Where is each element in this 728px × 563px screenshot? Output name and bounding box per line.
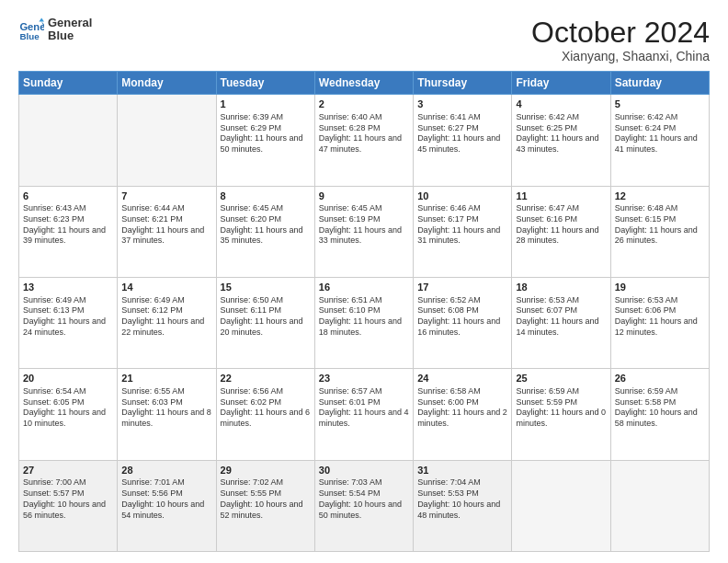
cell-info: Sunrise: 6:58 AMSunset: 6:00 PMDaylight:… [417,386,507,430]
day-number: 26 [615,372,705,385]
cell-info: Sunrise: 6:45 AMSunset: 6:19 PMDaylight:… [319,203,409,247]
calendar: SundayMondayTuesdayWednesdayThursdayFrid… [18,71,710,552]
day-number: 9 [319,190,409,203]
month-title: October 2024 [531,17,710,49]
calendar-cell: 1Sunrise: 6:39 AMSunset: 6:29 PMDaylight… [216,95,314,186]
logo-line2: Blue [48,29,92,42]
day-number: 29 [221,464,311,477]
weekday-header-sunday: Sunday [19,72,118,95]
cell-info: Sunrise: 7:02 AMSunset: 5:55 PMDaylight:… [221,477,311,521]
day-number: 16 [319,281,409,294]
weekday-header-monday: Monday [118,72,216,95]
cell-info: Sunrise: 7:04 AMSunset: 5:53 PMDaylight:… [417,477,507,521]
calendar-cell: 13Sunrise: 6:49 AMSunset: 6:13 PMDayligh… [19,277,118,368]
day-number: 13 [23,281,113,294]
day-number: 23 [319,372,409,385]
calendar-cell: 21Sunrise: 6:55 AMSunset: 6:03 PMDayligh… [118,369,216,460]
week-row-1: 1Sunrise: 6:39 AMSunset: 6:29 PMDaylight… [19,95,710,186]
calendar-cell: 24Sunrise: 6:58 AMSunset: 6:00 PMDayligh… [414,369,512,460]
day-number: 28 [121,464,211,477]
cell-info: Sunrise: 6:41 AMSunset: 6:27 PMDaylight:… [417,112,507,155]
calendar-cell [610,460,709,551]
weekday-header-thursday: Thursday [414,72,512,95]
calendar-cell: 14Sunrise: 6:49 AMSunset: 6:12 PMDayligh… [118,277,216,368]
calendar-cell: 30Sunrise: 7:03 AMSunset: 5:54 PMDayligh… [314,460,413,551]
calendar-cell: 31Sunrise: 7:04 AMSunset: 5:53 PMDayligh… [414,460,512,551]
week-row-4: 20Sunrise: 6:54 AMSunset: 6:05 PMDayligh… [19,369,710,460]
calendar-cell: 12Sunrise: 6:48 AMSunset: 6:15 PMDayligh… [610,186,709,277]
day-number: 17 [417,281,507,294]
cell-info: Sunrise: 6:42 AMSunset: 6:25 PMDaylight:… [516,112,606,155]
calendar-cell: 18Sunrise: 6:53 AMSunset: 6:07 PMDayligh… [512,277,610,368]
title-block: October 2024 Xianyang, Shaanxi, China [531,17,710,63]
day-number: 7 [121,190,211,203]
cell-info: Sunrise: 6:53 AMSunset: 6:07 PMDaylight:… [516,295,606,339]
calendar-cell: 3Sunrise: 6:41 AMSunset: 6:27 PMDaylight… [414,95,512,186]
cell-info: Sunrise: 6:46 AMSunset: 6:17 PMDaylight:… [417,203,507,247]
calendar-cell: 7Sunrise: 6:44 AMSunset: 6:21 PMDaylight… [118,186,216,277]
day-number: 21 [121,372,211,385]
calendar-cell: 11Sunrise: 6:47 AMSunset: 6:16 PMDayligh… [512,186,610,277]
week-row-2: 6Sunrise: 6:43 AMSunset: 6:23 PMDaylight… [19,186,710,277]
cell-info: Sunrise: 6:59 AMSunset: 5:58 PMDaylight:… [615,386,705,430]
cell-info: Sunrise: 6:51 AMSunset: 6:10 PMDaylight:… [319,295,409,339]
calendar-cell: 9Sunrise: 6:45 AMSunset: 6:19 PMDaylight… [314,186,413,277]
cell-info: Sunrise: 6:54 AMSunset: 6:05 PMDaylight:… [23,386,113,430]
calendar-cell: 17Sunrise: 6:52 AMSunset: 6:08 PMDayligh… [414,277,512,368]
cell-info: Sunrise: 6:50 AMSunset: 6:11 PMDaylight:… [221,295,311,339]
calendar-cell: 20Sunrise: 6:54 AMSunset: 6:05 PMDayligh… [19,369,118,460]
day-number: 11 [516,190,606,203]
location: Xianyang, Shaanxi, China [531,49,710,63]
day-number: 6 [23,190,113,203]
calendar-cell: 22Sunrise: 6:56 AMSunset: 6:02 PMDayligh… [216,369,314,460]
svg-text:Blue: Blue [19,31,40,41]
day-number: 8 [221,190,311,203]
calendar-cell: 23Sunrise: 6:57 AMSunset: 6:01 PMDayligh… [314,369,413,460]
cell-info: Sunrise: 6:59 AMSunset: 5:59 PMDaylight:… [516,386,606,430]
day-number: 14 [121,281,211,294]
weekday-header-friday: Friday [512,72,610,95]
cell-info: Sunrise: 7:03 AMSunset: 5:54 PMDaylight:… [319,477,409,521]
day-number: 4 [516,98,606,111]
day-number: 25 [516,372,606,385]
day-number: 5 [615,98,705,111]
cell-info: Sunrise: 6:47 AMSunset: 6:16 PMDaylight:… [516,203,606,247]
cell-info: Sunrise: 7:00 AMSunset: 5:57 PMDaylight:… [23,477,113,521]
calendar-cell: 8Sunrise: 6:45 AMSunset: 6:20 PMDaylight… [216,186,314,277]
weekday-header-saturday: Saturday [610,72,709,95]
cell-info: Sunrise: 6:42 AMSunset: 6:24 PMDaylight:… [615,112,705,155]
cell-info: Sunrise: 6:57 AMSunset: 6:01 PMDaylight:… [319,386,409,430]
cell-info: Sunrise: 6:48 AMSunset: 6:15 PMDaylight:… [615,203,705,247]
svg-marker-2 [39,18,44,22]
calendar-cell: 26Sunrise: 6:59 AMSunset: 5:58 PMDayligh… [610,369,709,460]
calendar-cell: 6Sunrise: 6:43 AMSunset: 6:23 PMDaylight… [19,186,118,277]
cell-info: Sunrise: 6:49 AMSunset: 6:12 PMDaylight:… [121,295,211,339]
cell-info: Sunrise: 6:55 AMSunset: 6:03 PMDaylight:… [121,386,211,430]
weekday-header-row: SundayMondayTuesdayWednesdayThursdayFrid… [19,72,710,95]
logo-text: General Blue [48,17,92,43]
weekday-header-tuesday: Tuesday [216,72,314,95]
cell-info: Sunrise: 6:53 AMSunset: 6:06 PMDaylight:… [615,295,705,339]
logo: General Blue General Blue [18,17,92,43]
logo-line1: General [48,17,92,29]
calendar-cell [19,95,118,186]
calendar-cell: 19Sunrise: 6:53 AMSunset: 6:06 PMDayligh… [610,277,709,368]
week-row-5: 27Sunrise: 7:00 AMSunset: 5:57 PMDayligh… [19,460,710,551]
day-number: 22 [221,372,311,385]
day-number: 12 [615,190,705,203]
calendar-cell: 4Sunrise: 6:42 AMSunset: 6:25 PMDaylight… [512,95,610,186]
day-number: 31 [417,464,507,477]
day-number: 20 [23,372,113,385]
calendar-cell: 10Sunrise: 6:46 AMSunset: 6:17 PMDayligh… [414,186,512,277]
cell-info: Sunrise: 7:01 AMSunset: 5:56 PMDaylight:… [121,477,211,521]
logo-icon: General Blue [18,17,44,42]
calendar-cell: 25Sunrise: 6:59 AMSunset: 5:59 PMDayligh… [512,369,610,460]
calendar-cell: 2Sunrise: 6:40 AMSunset: 6:28 PMDaylight… [314,95,413,186]
cell-info: Sunrise: 6:49 AMSunset: 6:13 PMDaylight:… [23,295,113,339]
cell-info: Sunrise: 6:45 AMSunset: 6:20 PMDaylight:… [221,203,311,247]
day-number: 19 [615,281,705,294]
cell-info: Sunrise: 6:40 AMSunset: 6:28 PMDaylight:… [319,112,409,155]
calendar-cell [118,95,216,186]
day-number: 18 [516,281,606,294]
header: General Blue General Blue October 2024 X… [18,17,710,63]
